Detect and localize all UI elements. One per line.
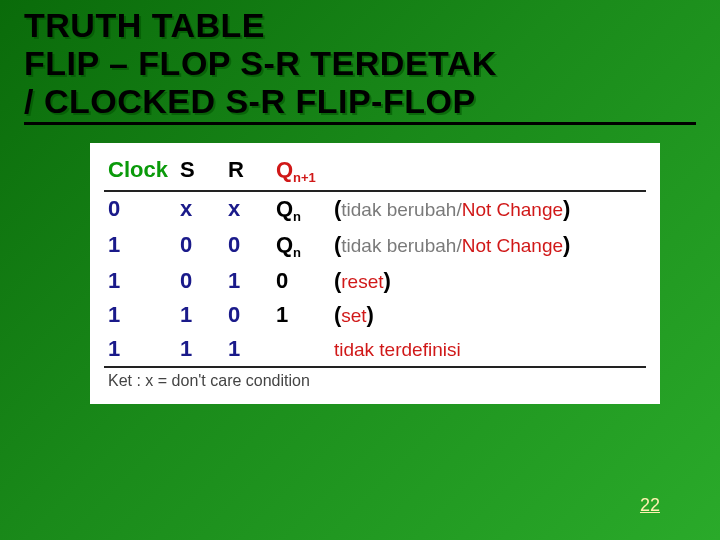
cell-q: 0 xyxy=(272,264,330,298)
table-row: 1 0 1 0 (reset) xyxy=(104,264,646,298)
col-header-clock: Clock xyxy=(104,153,176,190)
cell-r: 1 xyxy=(224,332,272,367)
table-header-row: Clock S R Qn+1 xyxy=(104,153,646,190)
truth-table-card: Clock S R Qn+1 0 x x Qn (tidak berubah/N… xyxy=(90,143,660,404)
cell-clock: 1 xyxy=(104,264,176,298)
title-line-2: FLIP – FLOP S-R TERDETAK xyxy=(24,44,696,82)
cell-clock: 1 xyxy=(104,298,176,332)
cell-desc: tidak terdefinisi xyxy=(330,332,646,367)
slide-title: TRUTH TABLE FLIP – FLOP S-R TERDETAK / C… xyxy=(0,0,720,120)
table-row: 1 1 1 tidak terdefinisi xyxy=(104,332,646,367)
q-header-prefix: Q xyxy=(276,157,293,182)
title-line-1: TRUTH TABLE xyxy=(24,6,696,44)
cell-s: 1 xyxy=(176,332,224,367)
cell-s: 0 xyxy=(176,264,224,298)
col-header-s: S xyxy=(176,153,224,190)
cell-r: 0 xyxy=(224,228,272,264)
cell-clock: 1 xyxy=(104,332,176,367)
cell-s: 0 xyxy=(176,228,224,264)
cell-q: 1 xyxy=(272,298,330,332)
cell-r: 0 xyxy=(224,298,272,332)
cell-clock: 0 xyxy=(104,191,176,228)
table-footnote: Ket : x = don't care condition xyxy=(104,367,646,394)
cell-desc: (reset) xyxy=(330,264,646,298)
table-row: 1 1 0 1 (set) xyxy=(104,298,646,332)
q-header-sub: n+1 xyxy=(293,171,316,186)
cell-s: 1 xyxy=(176,298,224,332)
cell-q xyxy=(272,332,330,367)
title-underline xyxy=(24,122,696,125)
cell-desc: (set) xyxy=(330,298,646,332)
cell-clock: 1 xyxy=(104,228,176,264)
title-line-3: / CLOCKED S-R FLIP-FLOP xyxy=(24,82,696,120)
cell-q: Qn xyxy=(272,191,330,228)
cell-desc: (tidak berubah/Not Change) xyxy=(330,228,646,264)
table-row: 1 0 0 Qn (tidak berubah/Not Change) xyxy=(104,228,646,264)
col-header-r: R xyxy=(224,153,272,190)
cell-desc: (tidak berubah/Not Change) xyxy=(330,191,646,228)
page-number: 22 xyxy=(640,495,660,516)
table-footnote-row: Ket : x = don't care condition xyxy=(104,367,646,394)
cell-q: Qn xyxy=(272,228,330,264)
col-header-q: Qn+1 xyxy=(272,153,646,190)
cell-s: x xyxy=(176,191,224,228)
table-row: 0 x x Qn (tidak berubah/Not Change) xyxy=(104,191,646,228)
cell-r: x xyxy=(224,191,272,228)
cell-r: 1 xyxy=(224,264,272,298)
truth-table: Clock S R Qn+1 0 x x Qn (tidak berubah/N… xyxy=(104,153,646,394)
